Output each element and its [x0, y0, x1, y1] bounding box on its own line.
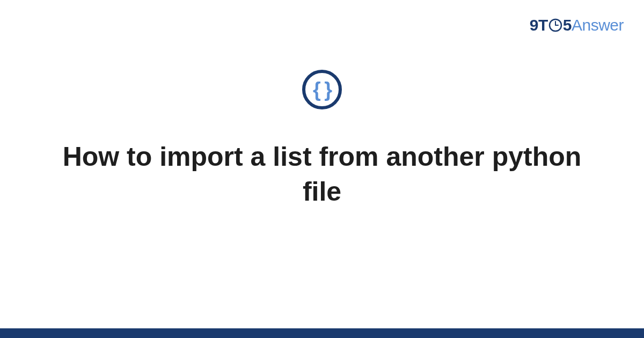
logo-nine: 9 [530, 16, 538, 34]
braces-glyph: { } [313, 78, 331, 101]
logo-five: 5 [563, 16, 572, 34]
logo-answer: Answer [572, 16, 624, 34]
code-braces-icon: { } [302, 70, 342, 109]
logo-t: T [538, 16, 548, 34]
page-title: How to import a list from another python… [0, 139, 644, 209]
clock-icon [548, 18, 562, 32]
site-logo: 9 T 5 Answer [530, 16, 624, 34]
bottom-accent-bar [0, 328, 644, 338]
